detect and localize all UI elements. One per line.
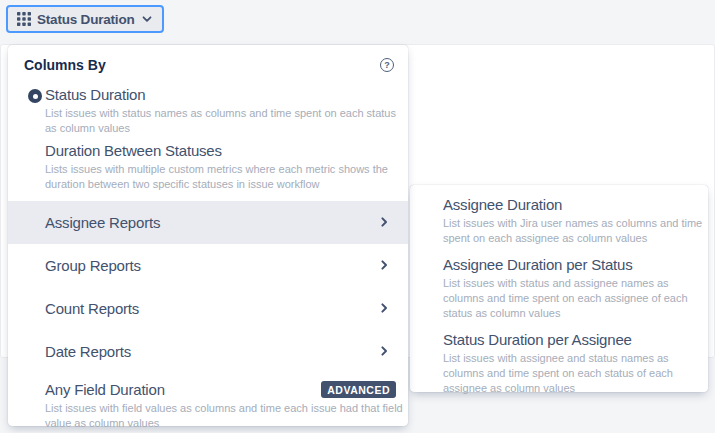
- menu-item-label: Group Reports: [45, 257, 141, 274]
- description-line: List issues with status names as columns…: [45, 106, 392, 121]
- chevron-right-icon: [378, 343, 390, 360]
- description-line: as column values: [45, 121, 392, 136]
- menu-item-title: Any Field Duration: [45, 381, 165, 399]
- description-line: List issues with assignee and status nam…: [443, 351, 694, 366]
- submenu-item-title: Status Duration per Assignee: [443, 331, 694, 349]
- chevron-down-icon: [141, 13, 153, 25]
- menu-item-label: Date Reports: [45, 343, 131, 360]
- submenu-item-assignee-duration[interactable]: Assignee Duration List issues with Jira …: [443, 196, 694, 246]
- assignee-reports-submenu-panel: Assignee Duration List issues with Jira …: [410, 185, 708, 392]
- description-line: status as column values: [443, 306, 694, 321]
- help-icon[interactable]: ?: [380, 58, 394, 72]
- columns-by-dropdown-panel: Columns By ? Status Duration List issues…: [8, 45, 408, 426]
- grid-icon: [17, 12, 31, 26]
- submenu-item-status-duration-per-assignee[interactable]: Status Duration per Assignee List issues…: [443, 331, 694, 396]
- description-line: columns and time spent on each assignee …: [443, 291, 694, 306]
- menu-item-date-reports[interactable]: Date Reports: [8, 330, 408, 373]
- menu-item-title: Status Duration: [45, 86, 392, 104]
- description-line: List issues with Jira user names as colu…: [443, 216, 694, 231]
- menu-item-label: Count Reports: [45, 300, 139, 317]
- menu-item-any-field-duration[interactable]: Any Field Duration ADVANCED List issues …: [8, 373, 408, 431]
- trigger-button-label: Status Duration: [37, 12, 135, 27]
- menu-item-count-reports[interactable]: Count Reports: [8, 287, 408, 330]
- description-line: List issues with status and assignee nam…: [443, 276, 694, 291]
- submenu-item-description: List issues with assignee and status nam…: [443, 351, 694, 396]
- menu-item-label: Assignee Reports: [45, 214, 160, 231]
- menu-item-assignee-reports[interactable]: Assignee Reports: [8, 201, 408, 244]
- category-rows: Assignee Reports Group Reports Count Rep…: [8, 201, 408, 373]
- chevron-right-icon: [378, 257, 390, 274]
- menu-item-group-reports[interactable]: Group Reports: [8, 244, 408, 287]
- submenu-item-assignee-duration-per-status[interactable]: Assignee Duration per Status List issues…: [443, 256, 694, 321]
- description-line: Lists issues with multiple custom metric…: [45, 162, 392, 177]
- description-line: columns and time spent on each status of…: [443, 366, 694, 381]
- menu-item-duration-between-statuses[interactable]: Duration Between Statuses Lists issues w…: [8, 142, 408, 192]
- menu-item-description: Lists issues with multiple custom metric…: [45, 162, 392, 192]
- chevron-right-icon: [378, 300, 390, 317]
- advanced-badge: ADVANCED: [321, 381, 396, 398]
- panel-title: Columns By: [24, 56, 106, 74]
- submenu-item-title: Assignee Duration: [443, 196, 694, 214]
- submenu-item-title: Assignee Duration per Status: [443, 256, 694, 274]
- description-line: assignee as column values: [443, 381, 694, 396]
- menu-item-description: List issues with field values as columns…: [45, 401, 396, 431]
- menu-item-title: Duration Between Statuses: [45, 142, 392, 160]
- submenu-item-description: List issues with status and assignee nam…: [443, 276, 694, 321]
- description-line: spent on each assignee as column values: [443, 231, 694, 246]
- status-duration-dropdown-button[interactable]: Status Duration: [6, 5, 164, 33]
- chevron-right-icon: [378, 214, 390, 231]
- description-line: List issues with field values as columns…: [45, 401, 396, 416]
- panel-header: Columns By ?: [8, 45, 408, 74]
- menu-item-description: List issues with status names as columns…: [45, 106, 392, 136]
- description-line: value as column values: [45, 416, 396, 431]
- menu-item-status-duration[interactable]: Status Duration List issues with status …: [8, 86, 408, 136]
- radio-selected-icon[interactable]: [28, 89, 42, 103]
- description-line: duration between two specific statuses i…: [45, 177, 392, 192]
- submenu-item-description: List issues with Jira user names as colu…: [443, 216, 694, 246]
